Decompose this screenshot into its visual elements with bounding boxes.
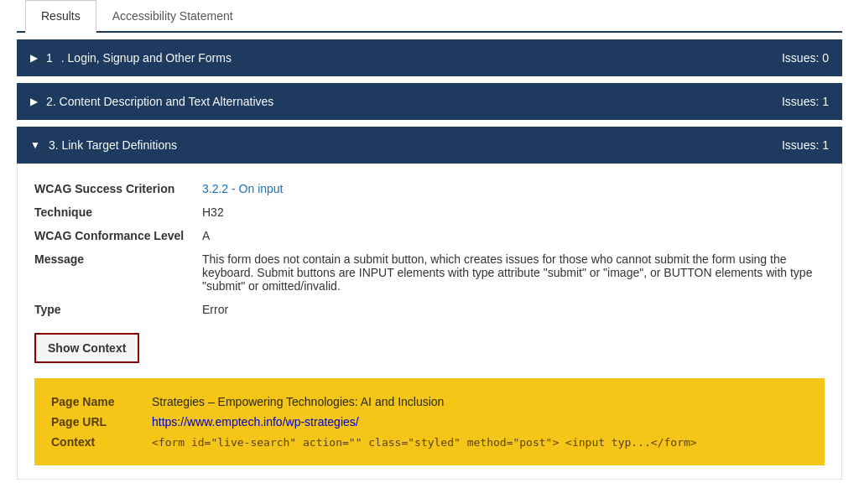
context-table: Page Name Strategies – Empowering Techno… xyxy=(51,392,808,452)
accordion-item-1: ▶ 1. Login, Signup and Other Forms Issue… xyxy=(17,39,842,76)
tab-bar: Results Accessibility Statement xyxy=(17,0,842,33)
technique-value: H32 xyxy=(202,200,825,224)
tab-results[interactable]: Results xyxy=(25,0,96,33)
detail-row-technique: Technique H32 xyxy=(34,200,825,224)
technique-label: Technique xyxy=(34,200,202,224)
accordion-title-2-text: 2. Content Description and Text Alternat… xyxy=(46,95,273,108)
conformance-value: A xyxy=(202,224,825,247)
chevron-down-icon: ▼ xyxy=(30,139,40,151)
accordion-header-3[interactable]: ▼ 3. Link Target Definitions Issues: 1 xyxy=(17,127,842,164)
context-row-context: Context <form id="live-search" action=""… xyxy=(51,432,808,452)
message-value: This form does not contain a submit butt… xyxy=(202,247,825,298)
detail-row-message: Message This form does not contain a sub… xyxy=(34,247,825,298)
context-box: Page Name Strategies – Empowering Techno… xyxy=(34,378,825,465)
show-context-button[interactable]: Show Context xyxy=(34,333,139,363)
context-code-value: <form id="live-search" action="" class="… xyxy=(152,432,808,452)
tab-accessibility-statement[interactable]: Accessibility Statement xyxy=(96,0,249,33)
context-row-page-url: Page URL https://www.emptech.info/wp-str… xyxy=(51,412,808,432)
issues-badge-1: Issues: 0 xyxy=(782,51,829,65)
type-label: Type xyxy=(34,298,202,321)
type-value: Error xyxy=(202,298,825,321)
chevron-right-icon: ▶ xyxy=(30,52,38,64)
detail-table: WCAG Success Criterion 3.2.2 - On input … xyxy=(34,177,825,321)
page-url-value: https://www.emptech.info/wp-strategies/ xyxy=(152,412,808,432)
accordion-title-1-text: . Login, Signup and Other Forms xyxy=(61,51,232,65)
detail-section: WCAG Success Criterion 3.2.2 - On input … xyxy=(17,164,842,480)
context-label: Context xyxy=(51,432,152,452)
page-url-label: Page URL xyxy=(51,412,152,432)
detail-row-conformance: WCAG Conformance Level A xyxy=(34,224,825,247)
accordion-header-1[interactable]: ▶ 1. Login, Signup and Other Forms Issue… xyxy=(17,39,842,76)
wcag-criterion-value: 3.2.2 - On input xyxy=(202,177,825,200)
conformance-label: WCAG Conformance Level xyxy=(34,224,202,247)
accordion-header-2[interactable]: ▶ 2. Content Description and Text Altern… xyxy=(17,83,842,120)
accordion-item-2: ▶ 2. Content Description and Text Altern… xyxy=(17,83,842,120)
issues-badge-2: Issues: 1 xyxy=(782,95,829,108)
message-label: Message xyxy=(34,247,202,298)
context-code: <form id="live-search" action="" class="… xyxy=(152,436,697,449)
issues-badge-3: Issues: 1 xyxy=(782,138,829,152)
page-name-label: Page Name xyxy=(51,392,152,412)
accordion: ▶ 1. Login, Signup and Other Forms Issue… xyxy=(17,39,842,480)
detail-row-wcag: WCAG Success Criterion 3.2.2 - On input xyxy=(34,177,825,200)
accordion-title-3-text: 3. Link Target Definitions xyxy=(49,138,177,152)
detail-row-type: Type Error xyxy=(34,298,825,321)
wcag-criterion-label: WCAG Success Criterion xyxy=(34,177,202,200)
context-row-page-name: Page Name Strategies – Empowering Techno… xyxy=(51,392,808,412)
accordion-title-1: 1 xyxy=(46,51,53,65)
page-url-link[interactable]: https://www.emptech.info/wp-strategies/ xyxy=(152,415,359,429)
accordion-item-3: ▼ 3. Link Target Definitions Issues: 1 W… xyxy=(17,127,842,480)
chevron-right-icon-2: ▶ xyxy=(30,96,38,107)
page-name-value: Strategies – Empowering Technologies: AI… xyxy=(152,392,808,412)
wcag-criterion-link[interactable]: 3.2.2 - On input xyxy=(202,182,284,195)
